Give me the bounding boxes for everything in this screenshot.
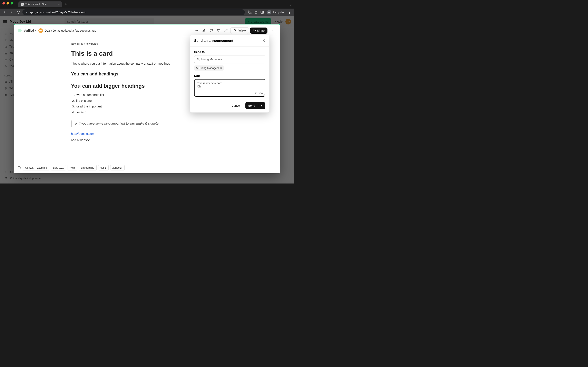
people-icon xyxy=(196,67,198,69)
chip-label: Hiring Managers xyxy=(199,67,219,69)
tab-title: This is a card | Guru xyxy=(25,3,47,6)
verified-badge-icon: ✓ xyxy=(18,29,22,33)
incognito-indicator[interactable]: Incognito xyxy=(265,10,285,15)
svg-point-4 xyxy=(253,30,254,31)
character-counter: 23/350 xyxy=(255,92,263,95)
breadcrumb-child[interactable]: new board xyxy=(86,42,98,45)
panel-icon[interactable] xyxy=(260,10,264,14)
bell-icon xyxy=(233,29,236,32)
back-button[interactable] xyxy=(2,9,7,15)
link-caption: add a website xyxy=(71,138,223,142)
url-text: app.getguru.com/card/Tr4Aya6c/This-is-a-… xyxy=(30,11,85,14)
resize-handle-icon[interactable]: ◢ xyxy=(263,93,264,96)
author-byline: Daisy Jonas updated a few seconds ago xyxy=(45,29,96,32)
tag-chip[interactable]: onboarding xyxy=(79,165,96,170)
browser-tab-bar: G This is a card | Guru × + ⌄ xyxy=(18,1,294,7)
close-card-button[interactable]: ✕ xyxy=(270,27,276,34)
svg-point-8 xyxy=(198,58,199,59)
edit-button[interactable] xyxy=(201,27,207,34)
svg-rect-2 xyxy=(261,11,264,13)
copy-link-button[interactable] xyxy=(223,27,229,34)
content-link[interactable]: http://google.com xyxy=(71,132,95,135)
incognito-icon xyxy=(267,10,271,15)
tabs-dropdown-icon[interactable]: ⌄ xyxy=(289,2,294,6)
svg-marker-1 xyxy=(255,11,258,14)
author-avatar[interactable]: DJ xyxy=(38,28,43,33)
follow-label: Follow xyxy=(237,29,246,32)
share-label: Share xyxy=(257,29,265,32)
recipient-chip-row: Hiring Managers ✕ xyxy=(194,66,265,71)
follow-button[interactable]: Follow xyxy=(230,27,249,34)
forward-button[interactable] xyxy=(9,9,14,15)
star-icon[interactable] xyxy=(254,10,258,14)
popover-footer: Cancel Send ▾ xyxy=(190,99,269,112)
tag-chip[interactable]: tier 1 xyxy=(98,165,109,170)
cancel-button[interactable]: Cancel xyxy=(229,102,242,109)
people-icon xyxy=(197,58,200,61)
address-bar[interactable]: app.getguru.com/card/Tr4Aya6c/This-is-a-… xyxy=(22,9,245,15)
share-icon xyxy=(253,29,256,32)
tag-chip[interactable]: Context - Example xyxy=(23,165,49,170)
select-value: Hiring Managers xyxy=(201,58,222,61)
tag-chip[interactable]: zendesk xyxy=(110,165,125,170)
tab-close-icon[interactable]: × xyxy=(58,3,60,6)
chevron-down-icon[interactable]: ▾ xyxy=(261,104,262,107)
eye-off-icon[interactable] xyxy=(248,10,252,14)
button-divider-icon xyxy=(258,104,258,107)
window-controls xyxy=(2,2,13,4)
popover-header: Send an announcement ✕ xyxy=(190,35,269,47)
tag-chip[interactable]: help xyxy=(68,165,77,170)
send-to-label: Send to xyxy=(194,50,265,54)
announcement-popover: Send an announcement ✕ Send to Hiring Ma… xyxy=(190,35,269,113)
share-button[interactable]: Share xyxy=(250,27,268,34)
verified-label: Verified xyxy=(24,29,34,32)
updated-time: updated a few seconds ago xyxy=(61,29,96,32)
window-close-icon[interactable] xyxy=(2,2,5,4)
addr-right-icons xyxy=(248,10,264,14)
incognito-label: Incognito xyxy=(273,11,284,14)
blockquote: or if you have something important to sa… xyxy=(71,120,223,127)
browser-toolbar: app.getguru.com/card/Tr4Aya6c/This-is-a-… xyxy=(0,8,294,16)
reload-button[interactable] xyxy=(16,9,21,15)
send-label: Send xyxy=(248,104,255,107)
close-popover-button[interactable]: ✕ xyxy=(262,39,265,43)
browser-menu-button[interactable]: ⋮ xyxy=(287,10,292,14)
chevron-down-icon: ⌄ xyxy=(260,58,263,61)
tag-chip[interactable]: guru-101 xyxy=(51,165,66,170)
author-name[interactable]: Daisy Jonas xyxy=(45,29,61,32)
note-label: Note xyxy=(194,74,265,77)
browser-tab[interactable]: G This is a card | Guru × xyxy=(18,1,62,7)
window-minimize-icon[interactable] xyxy=(7,2,9,4)
lock-icon xyxy=(25,11,28,13)
recipient-chip: Hiring Managers ✕ xyxy=(194,66,224,71)
favorite-button[interactable] xyxy=(216,27,222,34)
verified-dropdown[interactable]: Verified xyxy=(24,29,36,32)
popover-title: Send an announcement xyxy=(194,39,233,43)
comment-button[interactable] xyxy=(208,27,214,34)
new-tab-button[interactable]: + xyxy=(65,2,67,7)
breadcrumb-parent[interactable]: New Hires xyxy=(71,42,83,45)
tag-bar: Context - Example guru-101 help onboardi… xyxy=(14,162,280,173)
send-button[interactable]: Send ▾ xyxy=(245,102,265,109)
note-textarea[interactable]: This is my new card Ch23/350◢ xyxy=(194,79,265,97)
window-fullscreen-icon[interactable] xyxy=(11,2,13,4)
tab-favicon-icon: G xyxy=(21,3,24,6)
recipient-select[interactable]: Hiring Managers ⌄ xyxy=(194,55,265,63)
svg-point-9 xyxy=(196,67,197,68)
tag-icon xyxy=(18,166,21,169)
chip-remove-icon[interactable]: ✕ xyxy=(220,67,222,69)
text-cursor-icon xyxy=(201,85,201,88)
more-button[interactable]: ⋯ xyxy=(194,27,200,34)
